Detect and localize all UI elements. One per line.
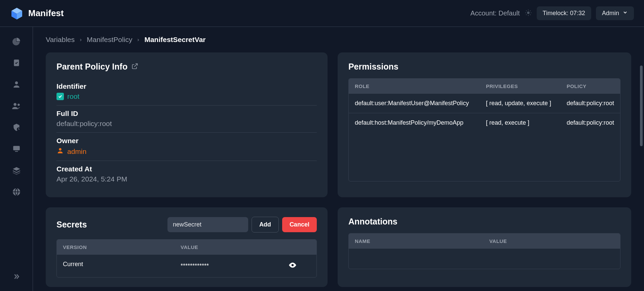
svg-rect-18	[15, 151, 18, 152]
chevron-right-icon	[136, 36, 140, 44]
user-menu[interactable]: Admin	[596, 6, 634, 20]
svg-point-13	[15, 81, 18, 84]
cancel-button[interactable]: Cancel	[282, 217, 317, 232]
svg-line-8	[526, 10, 526, 11]
annotations-header-value: VALUE	[489, 238, 614, 244]
secret-version: Current	[63, 261, 181, 271]
svg-line-10	[526, 14, 526, 15]
nav-policies-icon[interactable]	[12, 58, 21, 69]
secrets-header-version: VERSION	[63, 244, 181, 250]
permissions-card: Permissions ROLE PRIVILEGES POLICY defau…	[338, 52, 631, 197]
svg-marker-19	[13, 167, 20, 171]
owner-label: Owner	[56, 137, 317, 145]
nav-shield-icon[interactable]	[12, 123, 21, 133]
sidebar	[0, 27, 33, 291]
sidebar-collapse-icon[interactable]	[13, 273, 20, 282]
svg-point-22	[59, 148, 61, 151]
timelock-text: Timelock: 07:32	[543, 10, 585, 17]
created-label: Created At	[56, 165, 317, 173]
annotations-title: Annotations	[348, 217, 620, 226]
svg-point-3	[527, 11, 529, 14]
user-menu-label: Admin	[602, 10, 619, 17]
policy-check-icon	[56, 93, 64, 100]
table-row: default:user:ManifestUser@ManifestPolicy…	[349, 94, 620, 113]
chevron-down-icon	[622, 10, 628, 17]
logo[interactable]: Manifest	[10, 7, 64, 20]
permissions-title: Permissions	[348, 62, 620, 72]
identifier-value[interactable]: root	[67, 92, 79, 100]
permissions-header-privileges: PRIVILEGES	[486, 83, 567, 89]
perm-privileges: [ read, execute ]	[486, 119, 567, 126]
breadcrumb: Variables ManifestPolicy ManifestSecretV…	[46, 36, 631, 44]
scrollbar-thumb[interactable]	[640, 66, 643, 146]
svg-rect-17	[13, 146, 20, 150]
user-icon	[56, 147, 64, 156]
svg-point-23	[292, 264, 294, 266]
nav-groups-icon[interactable]	[11, 101, 22, 112]
chevron-right-icon	[79, 36, 83, 44]
secret-input[interactable]	[167, 217, 248, 232]
annotations-card: Annotations NAME VALUE	[338, 207, 631, 287]
perm-policy: default:policy:root	[567, 100, 614, 107]
theme-toggle-icon[interactable]	[525, 9, 532, 18]
account-label: Account: Default	[470, 9, 520, 17]
identifier-label: Identifier	[56, 82, 317, 90]
secrets-card: Secrets Add Cancel VERSION VALUE Current	[46, 207, 328, 287]
secrets-table: VERSION VALUE Current ************	[56, 239, 317, 278]
perm-privileges: [ read, update, execute ]	[486, 100, 567, 107]
full-id-label: Full ID	[56, 110, 317, 118]
secrets-title: Secrets	[56, 220, 87, 230]
permissions-table: ROLE PRIVILEGES POLICY default:user:Mani…	[348, 78, 620, 181]
breadcrumb-current: ManifestSecretVar	[144, 36, 205, 44]
svg-line-9	[530, 14, 530, 15]
annotations-header-name: NAME	[355, 238, 489, 244]
app-header: Manifest Account: Default Timelock: 07:3…	[0, 0, 644, 27]
secrets-header-value: VALUE	[181, 244, 310, 250]
nav-globe-icon[interactable]	[12, 188, 21, 198]
add-button[interactable]: Add	[252, 217, 279, 233]
timelock-badge: Timelock: 07:32	[537, 6, 591, 20]
scrollbar[interactable]	[640, 66, 643, 291]
permissions-header-policy: POLICY	[567, 83, 614, 89]
perm-role: default:host:ManifestPolicy/myDemoApp	[355, 119, 486, 126]
table-row: Current ************	[57, 255, 316, 277]
nav-user-icon[interactable]	[12, 80, 21, 90]
owner-value[interactable]: admin	[67, 148, 86, 156]
nav-hosts-icon[interactable]	[12, 144, 21, 155]
logo-icon	[10, 7, 24, 20]
perm-policy: default:policy:root	[567, 119, 614, 126]
reveal-secret-icon[interactable]	[288, 261, 297, 271]
secret-value: ************	[181, 262, 209, 269]
perm-role: default:user:ManifestUser@ManifestPolicy	[355, 100, 486, 107]
nav-dashboard-icon[interactable]	[12, 37, 21, 47]
created-value: Apr 26, 2024, 5:24 PM	[56, 175, 317, 183]
main-content: Variables ManifestPolicy ManifestSecretV…	[33, 27, 644, 291]
svg-point-14	[13, 103, 16, 106]
parent-policy-card: Parent Policy Info Identifier root	[46, 52, 328, 197]
svg-point-15	[17, 104, 20, 106]
app-name: Manifest	[28, 8, 64, 18]
permissions-header-role: ROLE	[355, 83, 486, 89]
full-id-value: default:policy:root	[56, 120, 317, 128]
external-link-icon[interactable]	[131, 62, 138, 72]
table-row: default:host:ManifestPolicy/myDemoApp [ …	[349, 113, 620, 132]
nav-layers-icon[interactable]	[12, 166, 21, 176]
breadcrumb-variables[interactable]: Variables	[46, 36, 75, 44]
annotations-table: NAME VALUE	[348, 233, 620, 269]
breadcrumb-manifestpolicy[interactable]: ManifestPolicy	[87, 36, 132, 44]
parent-policy-title: Parent Policy Info	[56, 62, 127, 72]
svg-line-21	[135, 64, 138, 67]
svg-line-11	[530, 10, 530, 11]
